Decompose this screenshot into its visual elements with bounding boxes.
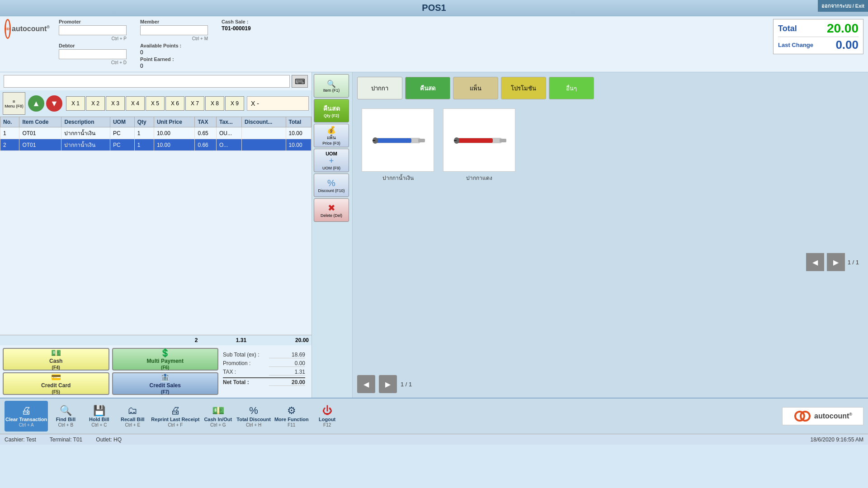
row1-price: 10.00: [154, 127, 194, 139]
row2-desc: ปากกาน้ำเงิน: [61, 139, 110, 151]
credit-card-label: Credit Card (F5): [41, 382, 71, 395]
uom-function-button[interactable]: UOM + UOM (F9): [314, 149, 349, 172]
more-function-button[interactable]: ⚙ More Function F11: [274, 401, 310, 432]
multi-payment-button[interactable]: 💲 Multi Payment (F6): [112, 348, 219, 371]
member-group: Member Ctrl + M Available Points : 0 Poi…: [140, 19, 208, 69]
table-header: No. Item Code Description UOM Qty Unit P…: [0, 117, 311, 127]
app-title: POS1: [422, 3, 446, 13]
x3-button[interactable]: X 3: [106, 96, 125, 111]
search-input[interactable]: [4, 75, 290, 88]
credit-sales-icon: 🏦: [160, 372, 170, 382]
col-qty: Qty: [134, 117, 154, 127]
table-row[interactable]: 2 OT01 ปากกาน้ำเงิน PC 1 10.00 0.66 O...…: [0, 139, 311, 151]
row2-no: 2: [0, 139, 19, 151]
qty-function-button[interactable]: คืนสด Qty (F2): [314, 99, 349, 122]
item-function-button[interactable]: 🔍 Item (F1): [314, 74, 349, 98]
nav-up-button[interactable]: ▲: [28, 95, 44, 112]
x1-button[interactable]: X 1: [66, 96, 85, 111]
x6-button[interactable]: X 6: [165, 96, 184, 111]
right-next-button[interactable]: ▶: [827, 253, 845, 271]
product-card-red-pen[interactable]: ปากกาแดง: [443, 108, 515, 182]
discount-icon: %: [327, 178, 335, 188]
menu-icon: ≡: [13, 99, 15, 104]
category-promo-button[interactable]: โปรโมชัน: [501, 77, 546, 99]
x4-button[interactable]: X 4: [126, 96, 145, 111]
cashier-status: Cashier: Test: [5, 436, 36, 443]
col-no: No.: [0, 117, 19, 127]
promotion-line: Promotion : 0.00: [223, 359, 305, 368]
find-bill-button[interactable]: 🔍 Find Bill Ctrl + B: [50, 401, 81, 432]
promoter-group: Promoter Ctrl + P Debtor Ctrl + D: [59, 19, 127, 69]
x5-button[interactable]: X 5: [146, 96, 165, 111]
right-prev-button[interactable]: ◀: [806, 253, 824, 271]
total-discount-button[interactable]: % Total Discount Ctrl + H: [236, 401, 272, 432]
delete-func-label: Delete (Del): [321, 213, 342, 218]
row2-qty: 1: [134, 139, 154, 151]
product-nav-area: ◀ ▶ 1 / 1: [353, 371, 868, 398]
promoter-label: Promoter: [59, 19, 127, 24]
multi-label: Multi Payment (F6): [147, 358, 184, 371]
menu-button[interactable]: ≡ Menu (F8): [3, 92, 25, 115]
logout-button[interactable]: ⏻ Logout F12: [311, 401, 343, 432]
product-next-button[interactable]: ▶: [379, 375, 397, 393]
cash-in-out-button[interactable]: 💵 Cash In/Out Ctrl + G: [202, 401, 234, 432]
price-function-button[interactable]: 💰 แพ็น Price (F3): [314, 124, 349, 147]
category-pens-button[interactable]: ปากกา: [357, 77, 402, 99]
hold-bill-button[interactable]: 💾 Hold Bill Ctrl + C: [83, 401, 115, 432]
debtor-input[interactable]: [59, 49, 127, 59]
menu-label: Menu (F8): [5, 104, 24, 108]
col-unit-price: Unit Price: [154, 117, 194, 127]
product-card-blue-pen[interactable]: ปากกาน้ำเงิน: [362, 108, 434, 182]
recall-bill-button[interactable]: 🗂 Recall Bill Ctrl + E: [117, 401, 148, 432]
col-total: Total: [286, 117, 311, 127]
col-uom: UOM: [110, 117, 134, 127]
category-cheap-button[interactable]: แพ็น: [453, 77, 498, 99]
nav-down-button[interactable]: ▼: [46, 95, 62, 112]
credit-sales-button[interactable]: 🏦 Credit Sales (F7): [112, 372, 219, 395]
datetime-status: 18/6/2020 9:16:55 AM: [811, 436, 863, 443]
keyboard-button[interactable]: ⌨: [292, 75, 308, 88]
title-bar-right: ออกจากระบบ / Exit: [818, 0, 868, 12]
cash-sale-label: Cash Sale :: [222, 19, 251, 24]
x9-button[interactable]: X 9: [225, 96, 244, 111]
right-page-indicator: 1 / 1: [848, 259, 859, 266]
product-prev-button[interactable]: ◀: [357, 375, 375, 393]
logo-area: autocount®: [5, 19, 50, 39]
row2-uom: PC: [110, 139, 134, 151]
right-page-nav: ◀ ▶ 1 / 1: [806, 253, 859, 271]
status-bar: Cashier: Test Terminal: T01 Outlet: HQ 1…: [0, 434, 868, 445]
reprint-receipt-button[interactable]: 🖨 Reprint Last Receipt Ctrl + F: [150, 401, 200, 432]
net-total-line: Net Total : 20.00: [223, 377, 305, 387]
svg-rect-8: [500, 139, 506, 142]
x8-button[interactable]: X 8: [205, 96, 224, 111]
find-bill-icon: 🔍: [60, 405, 72, 417]
product-page-indicator: 1 / 1: [401, 381, 412, 388]
available-points-label: Available Points :: [140, 43, 208, 48]
delete-function-button[interactable]: ✖ Delete (Del): [314, 198, 349, 222]
fields-area: Promoter Ctrl + P Debtor Ctrl + D Member…: [59, 19, 773, 69]
credit-card-button[interactable]: 💳 Credit Card (F5): [3, 372, 109, 395]
cash-button[interactable]: 💵 Cash (F4): [3, 348, 109, 371]
category-other-button[interactable]: อื่นๆ: [549, 77, 594, 99]
recall-bill-icon: 🗂: [127, 405, 137, 417]
brand-text: autocount®: [12, 25, 50, 33]
available-points-value: 0: [140, 49, 208, 56]
cash-label: Cash (F4): [49, 358, 62, 371]
promoter-input[interactable]: [59, 25, 127, 35]
col-discount: Discount...: [242, 117, 286, 127]
row1-tax: 0.65: [195, 127, 217, 139]
uom-func-label: UOM (F9): [322, 166, 340, 170]
x2-button[interactable]: X 2: [86, 96, 105, 111]
svg-point-1: [7, 28, 9, 30]
table-row[interactable]: 1 OT01 ปากกาน้ำเงิน PC 1 10.00 0.65 OU..…: [0, 127, 311, 139]
x-display: X -: [247, 96, 309, 111]
row1-total: 10.00: [286, 127, 311, 139]
discount-function-button[interactable]: % Discount (F10): [314, 174, 349, 197]
member-input[interactable]: [140, 25, 208, 35]
clear-transaction-button[interactable]: 🖨 Clear Transaction Ctrl + A: [5, 401, 48, 432]
autocount-brand: autocount®: [782, 407, 863, 425]
x7-button[interactable]: X 7: [185, 96, 204, 111]
summary-row: 2 1.31 20.00: [0, 335, 311, 345]
category-discount-button[interactable]: คืนสด: [405, 77, 450, 99]
title-bar: POS1 ออกจากระบบ / Exit: [0, 0, 868, 16]
